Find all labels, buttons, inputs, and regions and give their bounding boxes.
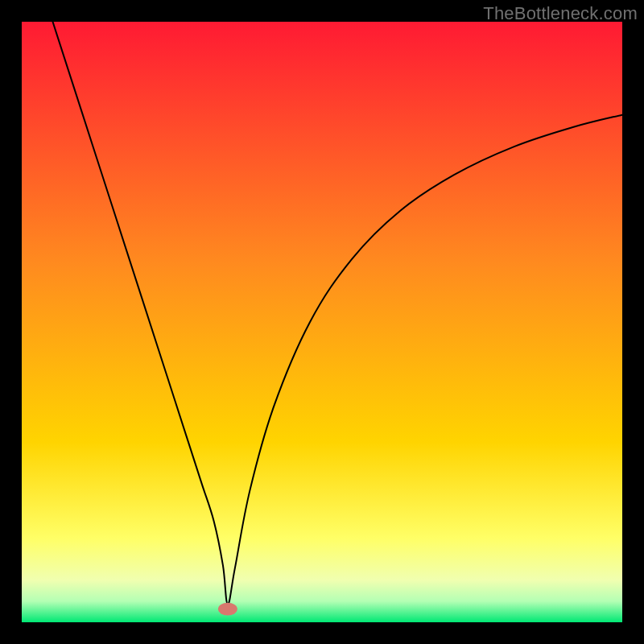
chart-frame: TheBottleneck.com: [0, 0, 644, 644]
plot-area: [22, 22, 622, 622]
chart-svg: [22, 22, 622, 622]
gradient-background: [22, 22, 622, 622]
minimum-marker: [218, 603, 237, 616]
